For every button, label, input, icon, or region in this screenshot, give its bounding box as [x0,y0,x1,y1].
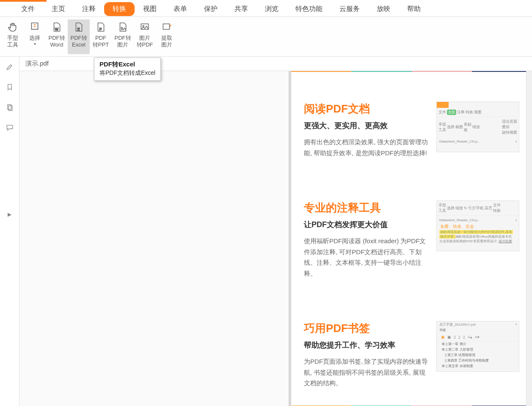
section-title: 专业的注释工具 [304,200,429,215]
convert-to-image[interactable]: PDF转 图片 [112,19,134,54]
section-subtitle: 更强大、更实用、更高效 [304,121,429,131]
ribbon-toolbar: 手型 工具 选择 ▾ W PDF转 Word E PDF转 Excel P PD… [0,17,532,57]
menu-bar: 文件 主页 注释 转换 视图 表单 保护 共享 浏览 特色功能 云服务 放映 帮… [0,2,532,17]
extract-images-label: 提取 图片 [161,35,172,48]
main-area: 演示.pdf 阅读PDF文档 更强大、更实用、更高效 拥有出色的文档渲 [19,57,532,406]
menu-convert[interactable]: 转换 [104,2,135,16]
convert-to-image-label: PDF转 图片 [115,35,131,48]
doc-word-icon: W [51,21,63,33]
menu-form[interactable]: 表单 [165,2,196,16]
convert-to-ppt[interactable]: P PDF 转PPT [90,19,112,54]
tool-select[interactable]: 选择 ▾ [24,19,46,54]
section-bookmark: 巧用PDF书签 帮助您提升工作、学习效率 为PDF页面添加书签, 除了实现内容的… [304,321,519,389]
bookmark-icon[interactable] [6,83,14,91]
doc-excel-icon: E [73,21,85,33]
image-to-pdf-label: 图片 转PDF [137,35,153,48]
menu-protect[interactable]: 保护 [196,2,226,16]
svg-point-3 [121,27,122,29]
pencil-icon[interactable] [6,63,14,71]
workspace: ▶ 演示.pdf 阅读PDF文档 更强大、更实用、更高效 [0,57,532,406]
tooltip-pdf-to-excel: PDF转Excel 将PDF文档转成Excel [94,58,161,81]
page-blank [19,71,289,406]
tool-hand-label: 手型 工具 [7,35,18,48]
convert-to-excel-label: PDF转 Excel [71,35,87,48]
document-tab[interactable]: 演示.pdf [25,60,49,68]
svg-rect-8 [8,106,12,111]
menu-help[interactable]: 帮助 [399,2,429,16]
section-thumbnail: 文件主页注释转换视图 手型工具选择截图剪贴板缩放 适合页面重排旋转视图 Data… [436,102,519,152]
section-body: 使用福昕PDF阅读器 (foxit reader) 为PDF文件添加注释, 可对… [304,236,429,279]
menu-present[interactable]: 放映 [368,2,399,16]
image-doc-icon [139,21,151,33]
menu-features[interactable]: 特色功能 [287,2,331,16]
section-annotation: 专业的注释工具 让PDF文档发挥更大价值 使用福昕PDF阅读器 (foxit r… [304,200,519,279]
convert-to-word-label: PDF转 Word [49,35,65,48]
chevron-down-icon: ▾ [34,41,36,46]
menu-annotate[interactable]: 注释 [74,2,104,16]
svg-text:E: E [77,27,80,31]
chevron-right-icon[interactable]: ▶ [8,211,11,217]
vertical-scrollbar[interactable] [526,71,532,406]
convert-to-word[interactable]: W PDF转 Word [46,19,68,54]
tooltip-title: PDF转Excel [99,60,155,69]
demo-body: 阅读PDF文档 更强大、更实用、更高效 拥有出色的文档渲染效果, 强大的页面管理… [291,72,532,406]
section-thumbnail: 员工手册_20120917.pdf× 书签 ▣▣▯▯▯A▴A▾ ⊞ ▯ 第一章 … [436,321,519,372]
section-subtitle: 帮助您提升工作、学习效率 [304,340,429,350]
svg-rect-7 [8,104,11,110]
hand-icon [7,21,19,33]
tool-hand[interactable]: 手型 工具 [2,19,24,54]
select-icon [29,21,41,33]
left-sidebar: ▶ [0,57,19,406]
image-to-pdf[interactable]: 图片 转PDF [134,19,156,54]
document-view[interactable]: 阅读PDF文档 更强大、更实用、更高效 拥有出色的文档渲染效果, 强大的页面管理… [19,71,532,406]
menu-home[interactable]: 主页 [43,2,74,16]
section-title: 阅读PDF文档 [304,102,429,116]
comment-icon[interactable] [6,123,14,132]
menu-browse[interactable]: 浏览 [256,2,287,16]
convert-to-ppt-label: PDF 转PPT [93,35,109,48]
section-subtitle: 让PDF文档发挥更大价值 [304,219,429,230]
menu-share[interactable]: 共享 [226,2,256,16]
menu-file[interactable]: 文件 [13,2,43,16]
extract-image-icon [161,21,173,33]
doc-image-icon [117,21,129,33]
svg-text:P: P [99,27,102,31]
tool-select-label: 选择 [29,35,40,41]
menu-view[interactable]: 视图 [135,2,165,16]
section-thumbnail: 手型工具选择缩放↻T| 打字机高亮文件转换 Datasheet_Reader_C… [436,200,519,251]
svg-rect-6 [163,24,169,29]
section-read: 阅读PDF文档 更强大、更实用、更高效 拥有出色的文档渲染效果, 强大的页面管理… [304,102,519,158]
page-demo: 阅读PDF文档 更强大、更实用、更高效 拥有出色的文档渲染效果, 强大的页面管理… [291,71,532,406]
section-title: 巧用PDF书签 [304,321,429,336]
section-body: 拥有出色的文档渲染效果, 强大的页面管理功能, 帮助提升效率, 是您阅读PDF的… [304,137,429,158]
menu-cloud[interactable]: 云服务 [331,2,368,16]
extract-images[interactable]: 提取 图片 [156,19,178,54]
section-body: 为PDF页面添加书签, 除了实现内容的快速导航, 书签还能指明不同书签的层级关系… [304,356,429,389]
convert-to-excel[interactable]: E PDF转 Excel [68,19,90,54]
pages-icon[interactable] [6,103,14,112]
doc-ppt-icon: P [95,21,107,33]
svg-text:W: W [55,27,59,31]
tooltip-desc: 将PDF文档转成Excel [99,69,155,77]
